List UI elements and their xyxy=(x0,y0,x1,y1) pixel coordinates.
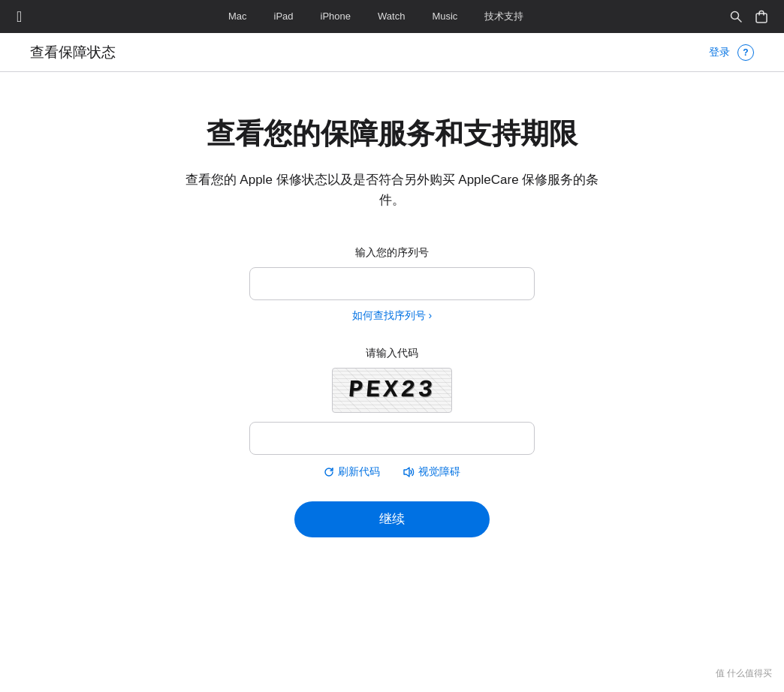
page-title: 查看保障状态 xyxy=(30,43,116,62)
nav-item-mac[interactable]: Mac xyxy=(215,0,261,33)
apple-logo[interactable]:  xyxy=(17,0,22,33)
serial-label: 输入您的序列号 xyxy=(144,246,640,260)
refresh-icon xyxy=(324,467,334,477)
main-subtitle: 查看您的 Apple 保修状态以及是否符合另外购买 AppleCare 保修服务… xyxy=(174,170,610,210)
submit-button[interactable]: 继续 xyxy=(294,501,490,537)
search-button[interactable] xyxy=(730,11,742,23)
nav-item-iphone[interactable]: iPhone xyxy=(307,0,364,33)
svg-line-1 xyxy=(738,19,742,23)
captcha-actions: 刷新代码 视觉障碍 xyxy=(144,465,640,479)
nav-item-music[interactable]: Music xyxy=(418,0,471,33)
bag-button[interactable] xyxy=(755,10,767,23)
header-actions: 登录 ? xyxy=(709,44,754,61)
serial-section: 输入您的序列号 如何查找序列号 › xyxy=(144,246,640,323)
search-icon xyxy=(730,11,742,23)
captcha-section: 请输入代码 PEX23 刷新代码 视觉障碍 xyxy=(144,347,640,479)
nav-item-support[interactable]: 技术支持 xyxy=(471,0,537,33)
nav-item-watch[interactable]: Watch xyxy=(364,0,418,33)
login-link[interactable]: 登录 xyxy=(709,46,730,59)
main-content: 查看您的保障服务和支持期限 查看您的 Apple 保修状态以及是否符合另外购买 … xyxy=(129,72,655,597)
bag-icon xyxy=(755,10,767,23)
audio-icon xyxy=(403,467,415,477)
nav-actions xyxy=(730,10,767,23)
find-serial-link[interactable]: 如何查找序列号 › xyxy=(352,309,433,323)
nav-item-ipad[interactable]: iPad xyxy=(261,0,307,33)
captcha-image: PEX23 xyxy=(332,368,452,413)
captcha-input[interactable] xyxy=(249,422,535,455)
svg-rect-2 xyxy=(756,14,767,23)
help-button[interactable]: ? xyxy=(737,44,754,61)
captcha-text: PEX23 xyxy=(347,376,436,404)
main-nav:  Mac iPad iPhone Watch Music 技术支持 xyxy=(0,0,784,33)
accessibility-label: 视觉障碍 xyxy=(418,465,460,479)
captcha-label: 请输入代码 xyxy=(144,347,640,360)
accessibility-button[interactable]: 视觉障碍 xyxy=(403,465,460,479)
refresh-captcha-button[interactable]: 刷新代码 xyxy=(324,465,380,479)
main-title: 查看您的保障服务和支持期限 xyxy=(144,117,640,152)
svg-marker-3 xyxy=(404,468,409,477)
nav-menu: Mac iPad iPhone Watch Music 技术支持 xyxy=(22,0,730,33)
page-header: 查看保障状态 登录 ? xyxy=(0,33,784,72)
serial-input[interactable] xyxy=(249,267,535,300)
refresh-label: 刷新代码 xyxy=(338,465,380,479)
